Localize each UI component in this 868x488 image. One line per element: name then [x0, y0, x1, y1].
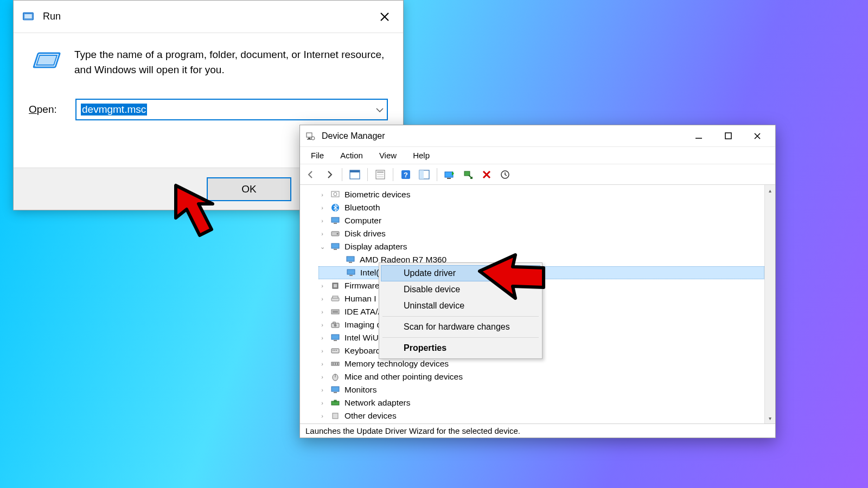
red-arrow-cursor-2 — [472, 244, 553, 320]
svg-rect-50 — [336, 350, 337, 351]
scrollbar[interactable]: ▴ ▾ — [764, 185, 775, 423]
svg-rect-54 — [337, 363, 338, 365]
svg-rect-52 — [333, 363, 334, 365]
ctx-scan[interactable]: Scan for hardware changes — [381, 319, 540, 335]
tree-label: Monitors — [344, 385, 376, 395]
svg-rect-37 — [334, 284, 337, 287]
svg-rect-48 — [333, 350, 334, 351]
ctx-properties[interactable]: Properties — [381, 340, 540, 356]
svg-rect-33 — [349, 262, 352, 263]
svg-rect-6 — [307, 139, 311, 140]
tree-item-other[interactable]: ›Other devices — [318, 409, 764, 422]
chevron-down-icon[interactable] — [376, 105, 384, 114]
svg-rect-5 — [308, 138, 310, 139]
tree-label: Bluetooth — [344, 203, 380, 213]
menu-action[interactable]: Action — [337, 149, 366, 162]
run-description: Type the name of a program, folder, docu… — [74, 47, 388, 77]
svg-rect-18 — [419, 170, 424, 179]
devmgr-titlebar: Device Manager — [300, 125, 775, 147]
properties-icon[interactable] — [373, 167, 388, 182]
maximize-icon[interactable] — [720, 130, 736, 143]
open-combobox[interactable]: devmgmt.msc — [75, 99, 388, 120]
svg-rect-12 — [377, 171, 384, 173]
uninstall-icon[interactable] — [479, 167, 494, 182]
red-arrow-cursor-1 — [168, 178, 233, 254]
show-hidden-icon[interactable] — [347, 167, 362, 182]
svg-rect-39 — [333, 296, 338, 298]
menubar: File Action View Help — [300, 147, 775, 164]
svg-rect-27 — [334, 223, 337, 224]
svg-point-7 — [311, 137, 315, 140]
svg-rect-3 — [36, 55, 57, 65]
separator — [393, 168, 393, 181]
scroll-down-icon[interactable]: ▾ — [765, 413, 775, 423]
menu-view[interactable]: View — [376, 149, 400, 162]
separator — [342, 168, 342, 181]
tree-item-computer[interactable]: ›Computer — [318, 214, 764, 227]
run-title: Run — [43, 11, 373, 22]
separator — [437, 168, 437, 181]
svg-rect-49 — [334, 350, 335, 351]
close-icon[interactable] — [749, 130, 765, 143]
tree-label: Imaging d — [344, 320, 381, 330]
svg-text:?: ? — [404, 171, 408, 179]
disable-icon[interactable] — [461, 167, 476, 182]
forward-icon[interactable] — [322, 167, 337, 182]
status-bar: Launches the Update Driver Wizard for th… — [300, 423, 775, 438]
svg-rect-61 — [333, 413, 338, 419]
svg-rect-57 — [331, 387, 339, 391]
back-icon[interactable] — [303, 167, 318, 182]
tree-label: Keyboard — [344, 346, 380, 356]
svg-rect-10 — [350, 170, 360, 172]
tree-label: Memory technology devices — [344, 359, 449, 369]
tree-item-disk[interactable]: ›Disk drives — [318, 227, 764, 240]
svg-rect-34 — [347, 269, 355, 274]
scroll-up-icon[interactable]: ▴ — [765, 185, 775, 196]
menu-file[interactable]: File — [308, 149, 327, 162]
details-icon[interactable] — [417, 167, 432, 182]
scan-icon[interactable] — [497, 167, 513, 182]
svg-rect-45 — [331, 335, 339, 339]
svg-rect-26 — [331, 217, 339, 222]
svg-point-29 — [337, 233, 339, 235]
tree-item-bluetooth[interactable]: ›Bluetooth — [318, 201, 764, 214]
tree-item-mice[interactable]: ›Mice and other pointing devices — [318, 370, 764, 383]
run-icon-small — [20, 9, 36, 25]
menu-help[interactable]: Help — [410, 149, 433, 162]
svg-rect-46 — [334, 340, 337, 341]
toolbar: ? — [300, 164, 775, 185]
run-titlebar: Run — [14, 1, 403, 33]
svg-rect-58 — [334, 392, 337, 393]
tree-label: Other devices — [344, 411, 397, 421]
tree-label: Network adapters — [344, 398, 410, 408]
svg-rect-32 — [347, 256, 354, 261]
svg-rect-14 — [377, 176, 384, 177]
help-icon[interactable]: ? — [398, 167, 413, 182]
close-icon[interactable] — [373, 5, 397, 29]
separator — [382, 337, 539, 338]
open-value: devmgmt.msc — [81, 104, 147, 115]
tree-item-memory[interactable]: ›Memory technology devices — [318, 357, 764, 370]
svg-rect-8 — [725, 133, 731, 139]
tree-label: Mice and other pointing devices — [344, 372, 463, 382]
tree-label: Computer — [344, 216, 381, 226]
run-icon-large — [29, 47, 67, 74]
tree-item-biometric[interactable]: ›Biometric devices — [318, 188, 764, 201]
svg-rect-31 — [334, 249, 337, 250]
svg-rect-1 — [24, 14, 33, 18]
tree-label: Human I — [344, 294, 376, 304]
tree-label: Firmware — [344, 281, 380, 291]
update-driver-icon[interactable] — [442, 167, 457, 182]
tree-label: Biometric devices — [344, 190, 410, 200]
svg-rect-4 — [307, 133, 312, 137]
svg-rect-53 — [335, 363, 336, 365]
svg-rect-60 — [334, 400, 336, 402]
minimize-icon[interactable] — [691, 130, 707, 143]
tree-item-monitors[interactable]: ›Monitors — [318, 383, 764, 396]
open-label: Open: — [29, 104, 75, 115]
svg-rect-44 — [333, 322, 335, 324]
devmgr-title: Device Manager — [322, 131, 691, 141]
devmgr-icon — [304, 130, 316, 142]
tree-item-network[interactable]: ›Network adapters — [318, 396, 764, 409]
svg-rect-41 — [333, 311, 338, 313]
